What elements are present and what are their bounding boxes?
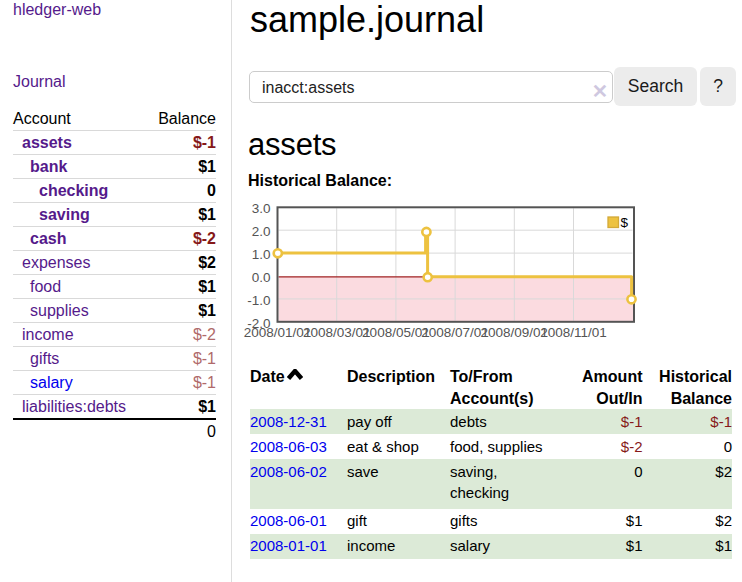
svg-text:2008/05/01: 2008/05/01 <box>362 325 430 340</box>
svg-text:2008/01/01: 2008/01/01 <box>244 325 312 340</box>
svg-text:$: $ <box>621 215 629 230</box>
svg-text:0.0: 0.0 <box>252 270 271 285</box>
svg-text:1.0: 1.0 <box>252 247 271 262</box>
svg-text:2008/03/01: 2008/03/01 <box>303 325 371 340</box>
svg-text:2008/09/01: 2008/09/01 <box>481 325 549 340</box>
svg-text:2.0: 2.0 <box>252 224 271 239</box>
svg-text:2008/11/01: 2008/11/01 <box>540 325 607 340</box>
svg-text:2008/07/01: 2008/07/01 <box>421 325 489 340</box>
svg-text:-1.0: -1.0 <box>247 293 270 308</box>
svg-text:3.0: 3.0 <box>252 201 271 216</box>
